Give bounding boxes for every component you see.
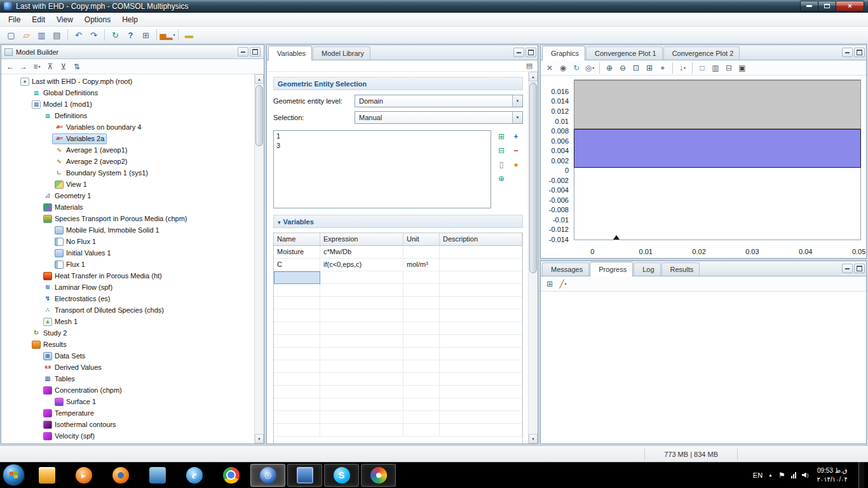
taskbar-skype[interactable] [324,464,359,487]
variables-cell[interactable] [403,411,440,424]
measure-button[interactable]: ▬ [182,29,196,42]
tree-item[interactable]: Temperature [1,407,254,419]
variables-cell[interactable] [320,271,403,284]
variables-cell[interactable] [274,411,320,424]
remove-entity-icon[interactable]: − [510,144,522,156]
scene-light-icon[interactable]: □ [696,62,709,74]
tree-item[interactable]: Laminar Flow (spf) [1,281,254,293]
variables-cell[interactable]: if(c<0,eps,c) [320,259,403,271]
variables-cell[interactable]: Moisture [274,246,320,259]
variables-cell[interactable] [274,348,320,360]
tab-convergence-plot-1[interactable]: Convergence Plot 1 [586,46,663,60]
tree-item[interactable]: Initial Values 1 [1,247,254,259]
taskbar-firefox[interactable] [103,464,138,487]
tree-item[interactable]: Definitions [1,110,254,121]
variables-cell[interactable] [440,322,522,335]
variables-cell[interactable] [274,424,320,437]
plot-area[interactable] [574,79,861,240]
equation-view-icon[interactable]: ▤ [524,61,535,71]
taskbar-comsol[interactable] [250,464,285,487]
variables-cell[interactable] [440,271,522,284]
tree-item[interactable]: Global Definitions [1,87,254,98]
tab-variables[interactable]: Variables [268,46,312,60]
taskbar-app-window[interactable] [287,464,322,487]
tree-item[interactable]: Electrostatics (es) [1,293,254,304]
nav-forward-button[interactable]: → [17,60,30,72]
clip-icon[interactable]: ✕ [543,62,556,74]
minimize-button[interactable] [800,1,818,11]
clear-icon[interactable]: ╱ [557,278,569,290]
variables-cell[interactable] [274,309,320,322]
variables-cell[interactable] [403,297,440,309]
tab-convergence-plot-2[interactable]: Convergence Plot 2 [663,46,740,60]
graphics-canvas[interactable]: 0.0160.0140.0120.010.0080.0060.0040.0020… [541,76,866,258]
panel-maximize-icon[interactable] [526,48,536,57]
tree-item[interactable]: Transport of Diluted Species (chds) [1,304,254,316]
network-icon[interactable] [791,472,796,478]
reorder-button[interactable]: ⇅ [71,60,83,72]
menu-item[interactable]: View [51,13,79,26]
add-entity-icon[interactable]: + [510,130,522,142]
variables-cell[interactable] [274,386,320,398]
selection-select[interactable]: Manual ▼ [355,111,523,124]
tree-item[interactable]: Velocity (spf) [1,430,254,442]
scroll-up-icon[interactable]: ▲ [529,72,538,81]
variables-cell[interactable] [274,373,320,386]
tree-item[interactable]: Study 2 [1,327,254,339]
variables-cell[interactable] [440,246,522,259]
variables-cell[interactable] [274,297,320,309]
variables-cell[interactable] [403,271,440,284]
close-button[interactable]: × [836,1,864,11]
variables-cell[interactable] [320,373,403,386]
variables-cell[interactable] [320,309,403,322]
variables-cell[interactable] [403,322,440,335]
paste-selection-icon[interactable]: ⊟ [495,144,508,156]
entity-list-item[interactable]: 3 [276,142,488,151]
variables-cell[interactable] [403,335,440,348]
variables-cell[interactable] [440,259,522,271]
domain-selected[interactable] [574,129,861,167]
variables-cell[interactable]: C [274,259,320,271]
zoom-selection-icon[interactable]: ⊕ [495,172,508,184]
tree-item[interactable]: Results [1,339,254,350]
scroll-up-icon[interactable]: ▲ [255,74,264,84]
variables-cell[interactable] [440,348,522,360]
panel-minimize-icon[interactable] [513,48,524,57]
panel-maximize-icon[interactable] [854,48,865,57]
menu-item[interactable]: File [3,13,26,26]
redo-button[interactable]: ↷ [86,29,101,42]
variables-cell[interactable] [403,360,440,373]
variables-cell[interactable] [274,360,320,373]
print-button[interactable]: ▤ [50,29,64,42]
variables-cell[interactable] [320,348,403,360]
language-indicator[interactable]: EN [753,471,763,479]
tree-item[interactable]: Last with EHD - Copy.mph (root) [1,76,254,87]
model-tree-scrollbar[interactable]: ▲ ▼ [254,74,264,444]
tree-item[interactable]: Species Transport in Porous Media (chpm) [1,213,254,224]
scroll-down-icon[interactable]: ▼ [529,434,538,444]
save-button[interactable]: ▥ [34,29,49,42]
options-button[interactable]: ⊞ [139,29,153,42]
tree-item[interactable]: Variables 2a [1,133,254,144]
undo-button[interactable]: ↶ [71,29,86,42]
variables-cell[interactable] [320,360,403,373]
maximize-button[interactable] [818,1,836,11]
tab-messages[interactable]: Messages [542,262,589,276]
menu-item[interactable]: Options [79,13,116,26]
copy-selection-icon[interactable]: ▯ [495,158,508,170]
scroll-thumb[interactable] [255,85,263,146]
refresh-icon[interactable]: ↻ [570,62,583,74]
panel-maximize-icon[interactable] [854,264,865,273]
snapshot-icon[interactable]: ▣ [736,62,749,74]
scroll-thumb[interactable] [529,83,537,273]
panel-minimize-icon[interactable] [842,48,853,57]
tree-item[interactable]: Data Sets [1,350,254,362]
panel-maximize-icon[interactable] [250,47,261,57]
tree-item[interactable]: View 1 [1,179,254,190]
tab-progress[interactable]: Progress [590,262,633,276]
tree-item[interactable]: Average 2 (aveop2) [1,156,254,167]
zoom-in-icon[interactable]: ⊕ [603,62,616,74]
chevron-down-icon[interactable]: ▼ [512,95,522,107]
taskbar-explorer[interactable] [29,464,64,487]
transparency-icon[interactable]: ▥ [709,62,722,74]
